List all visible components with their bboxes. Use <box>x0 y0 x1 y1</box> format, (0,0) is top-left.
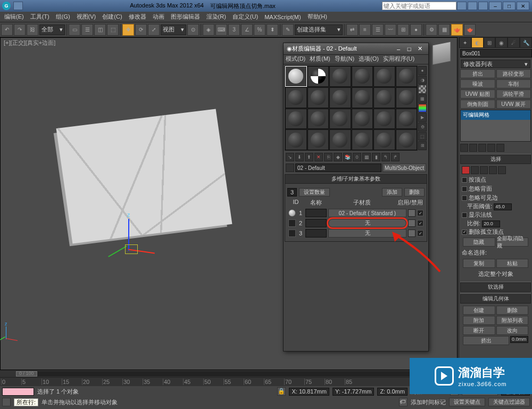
percent-snap-icon[interactable]: % <box>254 24 265 36</box>
menu-grapheditors[interactable]: 图形编辑器 <box>168 12 203 22</box>
coord-x[interactable]: X: 10.817mm <box>289 388 329 396</box>
sel-face-icon[interactable] <box>480 166 488 174</box>
sel-vertex-icon[interactable] <box>462 166 470 174</box>
curve-editor-icon[interactable]: 〰 <box>385 24 396 36</box>
spinner-snap-icon[interactable]: ⬍ <box>267 24 278 36</box>
keyfilter-button[interactable]: 关键点过滤器 <box>488 398 530 406</box>
sample-slot[interactable] <box>396 87 418 108</box>
select-region-icon[interactable]: ◫ <box>94 24 106 36</box>
render-prod-icon[interactable]: 🫖 <box>464 24 476 36</box>
schematic-icon[interactable]: ⊞ <box>397 24 409 36</box>
align-icon[interactable]: ≡ <box>359 24 371 36</box>
video-check-icon[interactable] <box>418 104 427 113</box>
mat-menu-options[interactable]: 选项(O) <box>359 55 379 64</box>
btn-copy[interactable]: 复制 <box>463 259 495 268</box>
maximize-button[interactable]: □ <box>503 2 516 10</box>
btn-hide[interactable]: 隐藏 <box>463 238 495 247</box>
reset-map-icon[interactable]: ✕ <box>314 153 323 161</box>
refcoord-dropdown[interactable]: 视图▾ <box>161 24 186 35</box>
keyboard-shortcut-icon[interactable]: ⌨ <box>215 24 227 36</box>
mat-menu-modes[interactable]: 模式(D) <box>286 55 305 64</box>
options-icon[interactable]: ⚙ <box>418 122 427 132</box>
chk-ignorevisedge[interactable] <box>462 195 467 201</box>
backlight-icon[interactable]: ◑ <box>418 76 427 85</box>
search-icon[interactable] <box>457 2 467 10</box>
sub-name-input[interactable] <box>305 219 327 227</box>
selection-filter-dropdown[interactable]: 全部▾ <box>39 24 65 35</box>
menu-modifiers[interactable]: 修改器 <box>126 12 149 22</box>
show-in-vp-icon[interactable]: ▦ <box>362 153 371 161</box>
tab-motion-icon[interactable]: ◉ <box>495 37 508 48</box>
sample-slot[interactable] <box>373 129 395 150</box>
menu-views[interactable]: 视图(V) <box>73 12 99 22</box>
sample-type-icon[interactable]: ● <box>418 66 427 75</box>
tab-utilities-icon[interactable]: 🔧 <box>520 37 532 48</box>
tab-modify-icon[interactable]: ◐ <box>471 37 484 48</box>
sub-material-button[interactable]: 02 - Default ( Standard ) <box>328 209 406 217</box>
sample-slot[interactable] <box>352 109 373 129</box>
chk-shownormals[interactable] <box>462 212 467 218</box>
object-name-input[interactable] <box>460 49 532 58</box>
go-parent-icon[interactable]: ↰ <box>381 153 390 161</box>
btn-turbosmooth[interactable]: 涡轮平滑 <box>496 89 531 99</box>
sample-uv-icon[interactable]: ▦ <box>418 94 427 103</box>
mirror-icon[interactable]: ⇄ <box>346 24 358 36</box>
show-end-result-icon[interactable]: ▮ <box>372 153 380 161</box>
menu-help[interactable]: 帮助(H) <box>304 12 330 22</box>
mat-minimize-button[interactable]: – <box>393 46 404 52</box>
sub-name-input[interactable] <box>305 229 327 238</box>
put-to-lib-icon[interactable]: 📚 <box>343 153 352 161</box>
sample-slot[interactable] <box>373 66 395 87</box>
sel-edge-icon[interactable] <box>471 166 479 174</box>
sub-enable-toggle[interactable]: ✓ <box>417 210 423 216</box>
lock-selection-icon[interactable]: 🔒 <box>277 387 286 396</box>
mat-map-nav-icon[interactable]: ⊞ <box>418 141 427 150</box>
btn-unhideall[interactable]: 全部取消隐藏 <box>496 238 529 247</box>
sample-slot[interactable] <box>396 66 418 87</box>
add-time-tag[interactable]: 添加时间标记 <box>411 398 446 406</box>
menu-customize[interactable]: 自定义(U) <box>229 12 261 22</box>
layers-icon[interactable]: ☰ <box>372 24 384 36</box>
remove-mod-icon[interactable] <box>487 144 495 152</box>
select-by-mat-icon[interactable]: ⬚ <box>418 132 427 141</box>
chk-deliso[interactable]: ✓ <box>462 230 467 235</box>
get-material-icon[interactable]: ↘ <box>286 153 294 161</box>
gizmo-y-axis-icon[interactable] <box>108 246 127 257</box>
sample-slot[interactable] <box>329 109 351 129</box>
rotate-icon[interactable]: ⟳ <box>135 24 147 36</box>
sample-slot[interactable] <box>329 66 351 87</box>
menu-create[interactable]: 创建(C) <box>99 12 125 22</box>
btn-geo-create[interactable]: 创建 <box>463 306 495 315</box>
configure-icon[interactable] <box>496 144 504 152</box>
sel-poly-icon[interactable] <box>489 166 497 174</box>
cmd-line[interactable]: 所在行: <box>14 398 38 406</box>
background-icon[interactable] <box>418 85 427 94</box>
maxscript-icon[interactable] <box>2 398 11 406</box>
render-setup-icon[interactable]: ⚙ <box>426 24 437 36</box>
delete-button[interactable]: 删除 <box>404 188 425 197</box>
btn-break[interactable]: 断开 <box>463 326 495 335</box>
btn-turn[interactable]: 改向 <box>496 326 529 335</box>
add-button[interactable]: 添加 <box>382 188 402 197</box>
modifier-stack[interactable]: 可编辑网格 <box>460 110 531 142</box>
btn-paste[interactable]: 粘贴 <box>496 259 529 268</box>
redo-icon[interactable]: ↷ <box>14 24 26 36</box>
close-button[interactable]: ✕ <box>517 2 529 10</box>
angle-snap-icon[interactable]: ∠ <box>241 24 253 36</box>
matid-icon[interactable]: 0 <box>353 153 361 161</box>
btn-attach[interactable]: 附加 <box>463 316 495 325</box>
move-icon[interactable]: ✥ <box>122 24 134 36</box>
mat-titlebar[interactable]: ◉ 材质编辑器 - 02 - Default – □ ✕ <box>284 43 428 55</box>
menu-edit[interactable]: 编辑(E) <box>1 12 27 22</box>
coord-y[interactable]: Y: -17.727mm <box>332 388 374 396</box>
pin-stack-icon[interactable] <box>460 144 468 152</box>
btn-extrude2[interactable]: 挤出 <box>463 336 509 345</box>
sub-material-button[interactable]: 无 <box>328 219 406 227</box>
link-icon[interactable]: ⛓ <box>27 24 38 36</box>
render-frame-icon[interactable]: ▦ <box>438 24 450 36</box>
mat-close-button[interactable]: ✕ <box>414 45 425 52</box>
btn-attachlist[interactable]: 附加列表 <box>496 316 529 325</box>
rollout-editgeo[interactable]: 编辑几何体 <box>460 294 531 304</box>
btn-geo-delete[interactable]: 删除 <box>496 306 529 315</box>
scene-object[interactable] <box>56 109 232 243</box>
